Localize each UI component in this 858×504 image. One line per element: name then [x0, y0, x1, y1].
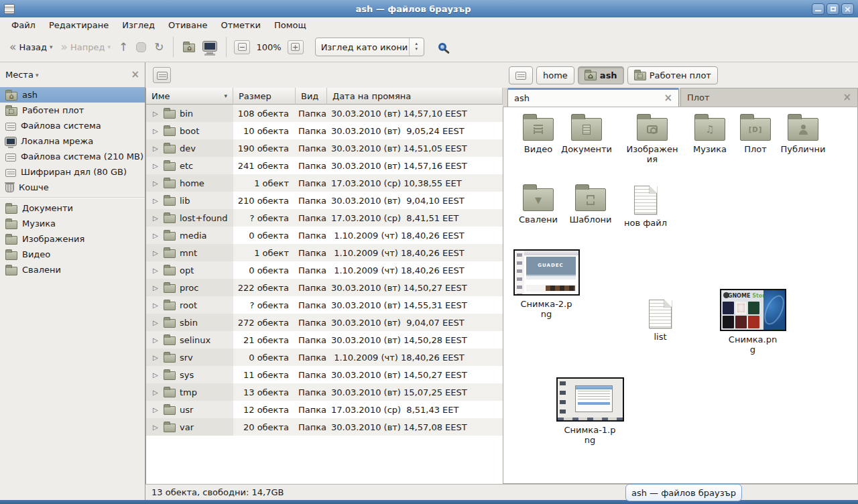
menu-item-Отиване[interactable]: Отиване [162, 19, 213, 32]
tab-close-icon[interactable]: × [843, 92, 851, 103]
expander-icon[interactable]: ▷ [153, 232, 160, 239]
reload-button[interactable]: ↻ [150, 38, 168, 56]
expander-icon[interactable]: ▷ [153, 180, 160, 187]
column-header[interactable]: Размер [233, 88, 296, 105]
expander-icon[interactable]: ▷ [153, 406, 160, 414]
maximize-button[interactable] [826, 3, 839, 15]
back-icon: « [9, 42, 16, 53]
sidebar-place-item[interactable]: Работен плот [0, 103, 145, 118]
column-header[interactable]: Име ▾ [146, 88, 233, 105]
table-row[interactable]: ▷ dev 190 обекта Папка 30.03.2010 (вт) 1… [146, 139, 503, 157]
tab-ash[interactable]: ash × [507, 88, 679, 107]
sidebar-place-item[interactable]: ash [0, 87, 145, 103]
file-icon-item[interactable]: нов файл [611, 183, 680, 228]
expander-icon[interactable]: ▷ [153, 284, 160, 292]
back-dropdown-icon[interactable]: ▾ [50, 44, 53, 50]
file-icon-item[interactable]: list [625, 297, 695, 342]
file-icon-item[interactable]: Снимка-1.png [555, 377, 625, 445]
date-cell: 30.03.2010 (вт) 14,57,10 EEST [327, 105, 503, 122]
breadcrumb-button[interactable]: ash [578, 66, 624, 84]
computer-button[interactable] [199, 40, 221, 54]
table-row[interactable]: ▷ lost+found ? обекта Папка 17.03.2010 (… [146, 209, 503, 227]
sidebar-close-button[interactable]: × [131, 70, 139, 80]
table-row[interactable]: ▷ usr 12 обекта Папка 17.03.2010 (ср) 8,… [146, 401, 503, 418]
file-icon-item[interactable]: GUADEC Снимка-2.png [511, 249, 581, 319]
toolbar-separator [173, 37, 174, 57]
table-row[interactable]: ▷ opt 0 обекта Папка 1.10.2009 (чт) 18,4… [146, 261, 503, 279]
breadcrumb-button[interactable]: home [536, 66, 574, 84]
zoom-in-button[interactable]: + [288, 40, 304, 54]
sidebar-place-item[interactable]: Файлова система (210 MB) [0, 149, 145, 164]
sidebar-place-item[interactable]: Изображения [0, 231, 145, 247]
sidebar-place-item[interactable]: Шифриран дял (80 GB) [0, 164, 145, 180]
breadcrumb-button[interactable]: Работен плот [627, 66, 718, 84]
sidebar-pane-selector[interactable]: Места ▾ [5, 70, 131, 80]
sidebar-place-item[interactable]: Свалени [0, 262, 145, 277]
expander-icon[interactable]: ▷ [153, 354, 160, 361]
table-row[interactable]: ▷ var 20 обекта Папка 30.03.2010 (вт) 14… [146, 418, 503, 436]
table-row[interactable]: ▷ sys 11 обекта Папка 30.03.2010 (вт) 14… [146, 366, 503, 383]
search-button[interactable] [434, 38, 451, 56]
sidebar-place-item[interactable]: Файлова система [0, 118, 145, 133]
expander-icon[interactable]: ▷ [153, 110, 160, 117]
column-header[interactable]: Дата на промяна [327, 88, 503, 105]
sidebar-place-item[interactable]: Видео [0, 247, 145, 262]
tab-Плот[interactable]: Плот × [680, 88, 858, 107]
table-row[interactable]: ▷ etc 241 обекта Папка 30.03.2010 (вт) 1… [146, 157, 503, 174]
expander-icon[interactable]: ▷ [153, 336, 160, 344]
pane-location-button[interactable] [153, 67, 171, 83]
menu-item-Редактиране[interactable]: Редактиране [43, 19, 115, 32]
table-row[interactable]: ▷ sbin 272 обекта Папка 30.03.2010 (вт) … [146, 314, 503, 331]
table-row[interactable]: ▷ selinux 21 обекта Папка 30.03.2010 (вт… [146, 331, 503, 349]
sidebar-place-item[interactable]: Локална мрежа [0, 133, 145, 149]
table-row[interactable]: ▷ proc 222 обекта Папка 30.03.2010 (вт) … [146, 279, 503, 296]
sidebar-place-item[interactable]: Кошче [0, 180, 145, 195]
minimize-button[interactable] [812, 3, 824, 15]
sidebar-place-item[interactable]: Музика [0, 216, 145, 231]
table-row[interactable]: ▷ boot 10 обекта Папка 30.03.2010 (вт) 9… [146, 122, 503, 139]
table-row[interactable]: ▷ lib 210 обекта Папка 30.03.2010 (вт) 9… [146, 192, 503, 209]
view-mode-select[interactable]: Изглед като икони ▴▾ [315, 38, 424, 56]
name-cell: ▷ sbin [146, 314, 233, 331]
expander-icon[interactable]: ▷ [153, 371, 160, 379]
table-row[interactable]: ▷ root ? обекта Папка 30.03.2010 (вт) 14… [146, 296, 503, 314]
up-button[interactable]: ↑ [115, 38, 132, 56]
tab-close-icon[interactable]: × [664, 93, 672, 103]
expander-icon[interactable]: ▷ [153, 214, 160, 222]
table-row[interactable]: ▷ srv 0 обекта Папка 1.10.2009 (чт) 18,4… [146, 349, 503, 366]
menu-item-Помощ[interactable]: Помощ [268, 19, 312, 32]
file-icon-item[interactable]: Публични [768, 113, 838, 154]
table-row[interactable]: ▷ bin 108 обекта Папка 30.03.2010 (вт) 1… [146, 105, 503, 122]
file-icon-item[interactable]: Документи [552, 113, 621, 154]
sidebar-place-item[interactable]: Документи [0, 200, 145, 216]
menu-item-Изглед[interactable]: Изглед [116, 19, 161, 32]
column-header[interactable]: Вид [296, 88, 327, 105]
close-button[interactable]: × [841, 3, 854, 15]
back-button[interactable]: « Назад ▾ [5, 38, 57, 56]
table-row[interactable]: ▷ mnt 1 обект Папка 1.10.2009 (чт) 18,40… [146, 244, 503, 261]
spinner-icon[interactable]: ▴▾ [409, 38, 424, 56]
stop-button[interactable] [132, 39, 150, 56]
breadcrumb-button[interactable] [509, 66, 533, 84]
expander-icon[interactable]: ▷ [153, 145, 160, 152]
table-row[interactable]: ▷ media 0 обекта Папка 1.10.2009 (чт) 18… [146, 227, 503, 244]
table-row[interactable]: ▷ tmp 13 обекта Папка 30.03.2010 (вт) 15… [146, 383, 503, 401]
expander-icon[interactable]: ▷ [153, 197, 160, 204]
table-row[interactable]: ▷ home 1 обект Папка 17.03.2010 (ср) 10,… [146, 174, 503, 192]
expander-icon[interactable]: ▷ [153, 389, 160, 396]
expander-icon[interactable]: ▷ [153, 127, 160, 135]
file-icon-item[interactable]: GNOME Store Снимка.png [718, 289, 788, 355]
menu-item-Файл[interactable]: Файл [5, 19, 42, 32]
zoom-out-button[interactable]: − [234, 40, 250, 54]
expander-icon[interactable]: ▷ [153, 249, 160, 257]
size-cell: 11 обекта [233, 366, 296, 383]
expander-icon[interactable]: ▷ [153, 267, 160, 274]
expander-icon[interactable]: ▷ [153, 424, 160, 431]
home-button[interactable] [179, 38, 199, 56]
expander-icon[interactable]: ▷ [153, 302, 160, 309]
taskbar-window-button[interactable]: ash — файлов браузър [625, 484, 742, 501]
expander-icon[interactable]: ▷ [153, 319, 160, 326]
menu-item-Отметки[interactable]: Отметки [214, 19, 266, 32]
expander-icon[interactable]: ▷ [153, 162, 160, 170]
forward-button[interactable]: » Напред ▾ [57, 38, 115, 56]
